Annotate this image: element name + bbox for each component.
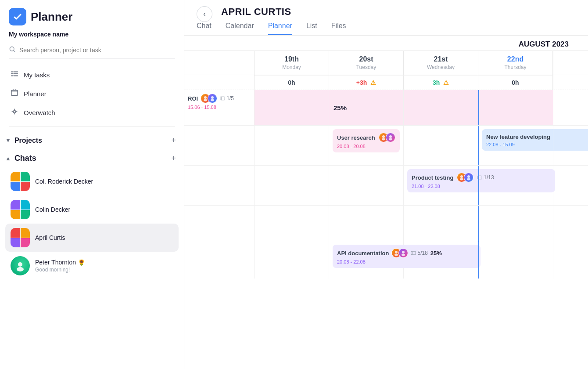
svg-point-30: [395, 251, 398, 253]
chats-section-header[interactable]: ▲ Chats +: [0, 149, 184, 167]
today-line-3: [478, 166, 479, 205]
chat-name-col-roderick: Col. Roderick Decker: [35, 178, 93, 185]
hours-empty: [184, 75, 255, 90]
task-row-roi: ROI 1/5: [184, 90, 588, 125]
tasks-icon: [11, 70, 18, 80]
row3-thu: [478, 166, 553, 205]
api-title: API documentation: [337, 250, 389, 257]
calendar-scroll[interactable]: 19th Monday 20st Tuesday 21st Wednesday …: [184, 51, 588, 369]
tabs: Chat Calendar Planner List Files: [197, 22, 576, 35]
hours-21: 3h ⚠: [404, 75, 478, 90]
api-wed: [404, 241, 478, 279]
workspace-name: My workspace name: [0, 31, 184, 42]
svg-point-27: [467, 178, 470, 181]
person-name: APRIL CURTIS: [221, 6, 291, 18]
chat-item-colin-decker[interactable]: Colin Decker: [5, 195, 179, 224]
svg-point-12: [18, 262, 22, 267]
header-empty: [184, 51, 255, 75]
roi-tue: 25%: [329, 90, 404, 125]
ur-avatar-2: [386, 133, 395, 142]
roi-label-cell: ROI 1/5: [184, 90, 255, 125]
sidebar-header: Planner: [0, 0, 184, 31]
planner-label: Planner: [24, 90, 47, 98]
svg-point-17: [211, 99, 214, 101]
empty-wed: [404, 206, 478, 241]
tab-planner[interactable]: Planner: [268, 22, 292, 35]
day-header-22: 22nd Thursday: [478, 51, 553, 75]
add-project-button[interactable]: +: [169, 135, 179, 146]
pt-avatar-2: [464, 173, 473, 182]
chat-item-peter-thornton[interactable]: Peter Thornton 🌻 Good morning!: [5, 252, 179, 280]
hours-19: 0h: [255, 75, 329, 90]
back-button[interactable]: ‹: [197, 6, 212, 22]
svg-point-15: [204, 99, 207, 101]
projects-label: Projects: [14, 137, 42, 145]
search-input[interactable]: [19, 47, 175, 54]
tab-files[interactable]: Files: [331, 22, 346, 35]
top-bar: ‹ APRIL CURTIS Chat Calendar Planner Lis…: [184, 0, 588, 36]
main-content: ‹ APRIL CURTIS Chat Calendar Planner Lis…: [184, 0, 588, 369]
row2-tue: User research 20.08 - 20.08: [329, 126, 404, 165]
empty-tue: [329, 206, 404, 241]
chat-name-colin-decker: Colin Decker: [35, 206, 70, 213]
row3-wed: Product testing: [404, 166, 478, 205]
sidebar-item-overwatch[interactable]: Overwatch: [5, 103, 179, 122]
roi-extra: [553, 90, 588, 125]
divider-1: [9, 127, 175, 127]
task-row-3: Product testing: [184, 165, 588, 205]
chat-item-col-roderick[interactable]: Col. Roderick Decker: [5, 167, 179, 195]
warning-icon-21: ⚠: [443, 79, 449, 86]
search-bar: [9, 46, 175, 58]
tab-list[interactable]: List: [306, 22, 317, 35]
app-title: Planner: [31, 10, 72, 24]
chat-item-april-curtis[interactable]: April Curtis: [5, 224, 179, 252]
row2-extra: [553, 126, 588, 165]
tab-calendar[interactable]: Calendar: [226, 22, 254, 35]
empty-label: [184, 206, 255, 241]
svg-point-25: [460, 178, 463, 181]
sidebar-item-planner[interactable]: Planner: [5, 84, 179, 103]
hours-20: +3h ⚠: [329, 75, 404, 90]
avatar-colin-decker: [11, 200, 30, 219]
empty-extra: [553, 206, 588, 241]
task-row-empty: [184, 205, 588, 241]
api-mon: [255, 241, 329, 279]
svg-point-11: [13, 110, 15, 112]
task-row-api: API documentation: [184, 241, 588, 279]
sidebar: Planner My workspace name: [0, 0, 184, 369]
avatar-april-curtis: [11, 228, 30, 247]
search-icon: [9, 46, 16, 54]
svg-point-26: [467, 175, 470, 178]
today-line: [478, 90, 479, 125]
tab-chat[interactable]: Chat: [197, 22, 212, 35]
svg-rect-7: [11, 90, 18, 96]
api-label: [184, 241, 255, 279]
api-extra: [553, 241, 588, 279]
empty-mon: [255, 206, 329, 241]
chat-name-april-curtis: April Curtis: [35, 234, 65, 241]
api-tue: API documentation: [329, 241, 404, 279]
row3-tue: [329, 166, 404, 205]
svg-point-21: [382, 138, 385, 141]
sidebar-item-my-tasks[interactable]: My tasks: [5, 65, 179, 84]
svg-point-31: [394, 254, 398, 256]
planner-content: AUGUST 2023 19th Monday 20st Tuesday 21s…: [184, 36, 588, 369]
empty-thu: [478, 206, 553, 241]
chats-label: Chats: [14, 154, 36, 163]
chat-info-peter-thornton: Peter Thornton 🌻 Good morning!: [35, 259, 85, 273]
roi-wed: [404, 90, 478, 125]
add-chat-button[interactable]: +: [169, 153, 179, 164]
new-feature-title: New feature developing: [486, 134, 550, 140]
svg-point-23: [389, 138, 392, 141]
logo-icon: [9, 8, 26, 25]
row3-mon: [255, 166, 329, 205]
roi-count: 1/5: [220, 95, 234, 101]
roi-title: ROI: [188, 95, 198, 102]
user-research-avatars: [379, 133, 395, 142]
projects-section-header[interactable]: ▼ Projects +: [0, 131, 184, 149]
user-research-title: User research: [337, 134, 375, 141]
day-headers: 19th Monday 20st Tuesday 21st Wednesday …: [184, 51, 588, 75]
chats-chevron-icon: ▲: [5, 155, 11, 162]
hours-row: 0h +3h ⚠ 3h ⚠ 0h: [184, 75, 588, 90]
avatar-peter-thornton: [11, 256, 30, 275]
